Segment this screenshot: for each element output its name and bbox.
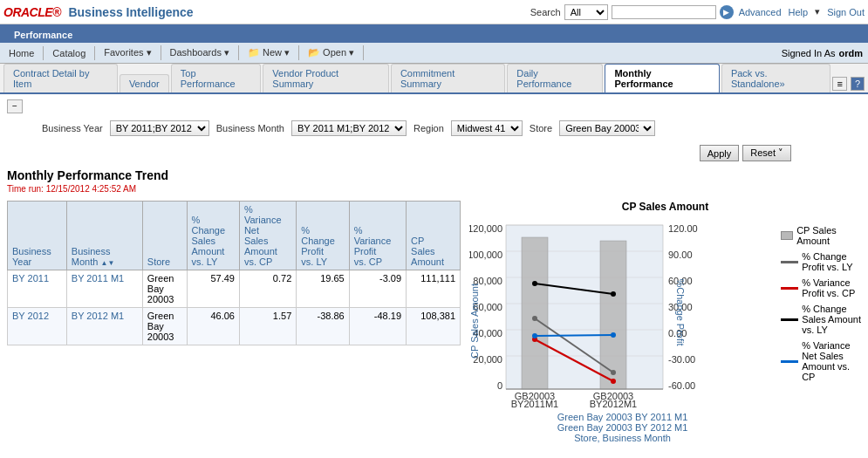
svg-text:%Change Profit: %Change Profit: [675, 278, 686, 345]
col-header-pct-change-sales: %ChangeSalesAmountvs. LY: [187, 202, 239, 270]
signout-link[interactable]: Sign Out: [827, 7, 865, 17]
cell-business-month-1[interactable]: BY 2011 M1: [66, 270, 142, 308]
signed-in-label: Signed In As: [782, 48, 836, 58]
signed-in-area: Signed In As ordm: [782, 48, 868, 58]
svg-text:-60.00: -60.00: [668, 380, 695, 391]
help-link[interactable]: Help: [789, 7, 809, 17]
svg-text:90.00: 90.00: [668, 250, 693, 260]
legend-color-var-profit: [781, 287, 798, 290]
cell-business-year-1[interactable]: BY 2011: [8, 270, 67, 308]
bi-text: Business Intelligence: [68, 5, 193, 19]
svg-point-37: [611, 332, 616, 338]
perf-tab[interactable]: Performance: [5, 27, 81, 43]
dashboards-link[interactable]: Dashboards ▾: [161, 45, 239, 60]
cell-business-year-2[interactable]: BY 2012: [8, 308, 67, 345]
tab-daily-performance[interactable]: Daily Performance: [507, 64, 603, 92]
legend-label-var-profit: % VarianceProfit vs. CP: [802, 277, 855, 298]
tab-monthly-performance[interactable]: Monthly Performance: [605, 64, 719, 92]
chart-legend: CP SalesAmount % ChangeProfit vs. LY % V…: [781, 216, 861, 443]
svg-text:120,000: 120,000: [469, 223, 502, 234]
svg-text:100,000: 100,000: [469, 250, 502, 260]
new-link[interactable]: 📁 New ▾: [239, 45, 299, 60]
cell-pct-var-net-sales-2: 1.57: [239, 308, 296, 345]
perf-tab-bar: Performance: [0, 24, 868, 43]
business-month-label: Business Month: [216, 123, 284, 133]
legend-label-change-sales: % ChangeSales Amountvs. LY: [802, 304, 861, 335]
business-month-select[interactable]: BY 2011 M1;BY 2012: [291, 120, 407, 136]
svg-line-35: [535, 335, 613, 336]
tab-right-icons: ≡ ?: [832, 77, 865, 92]
filter-bar: Business Year BY 2011;BY 2012 Business M…: [7, 113, 861, 141]
tab-pack-vs-standalone[interactable]: Pack vs. Standalone»: [721, 64, 831, 92]
legend-cp-sales: CP SalesAmount: [781, 225, 861, 246]
legend-label-cp-sales: CP SalesAmount: [796, 225, 837, 246]
svg-rect-24: [522, 237, 548, 389]
store-select[interactable]: Green Bay 20003: [559, 120, 655, 136]
body-area: BusinessYear BusinessMonth ▲▼ Store %Cha…: [7, 201, 861, 443]
apply-button[interactable]: Apply: [700, 145, 740, 161]
chart-area: CP Sales Amount 120,000 100,000 80,000 6…: [469, 201, 861, 443]
table-row: BY 2011 BY 2011 M1 GreenBay20003 57.49 0…: [8, 270, 461, 308]
apply-row: Apply Reset ˅: [7, 145, 861, 161]
search-button[interactable]: ▶: [720, 5, 734, 19]
settings-icon[interactable]: ≡: [832, 77, 846, 91]
advanced-link[interactable]: Advanced: [739, 7, 782, 17]
col-header-cp-sales: CPSalesAmount: [407, 202, 461, 270]
store-label: Store: [530, 123, 552, 133]
cell-cp-sales-1: 111,111: [407, 270, 461, 308]
legend-label-change-profit: % ChangeProfit vs. LY: [802, 251, 852, 272]
tab-commitment-summary[interactable]: Commitment Summary: [391, 64, 505, 92]
cell-pct-change-profit-2: -38.86: [297, 308, 349, 345]
svg-point-36: [532, 333, 537, 338]
svg-text:BY2011M1: BY2011M1: [511, 399, 558, 408]
search-all-select[interactable]: All: [564, 4, 608, 20]
svg-point-34: [611, 291, 616, 297]
search-input[interactable]: [612, 5, 716, 19]
data-table: BusinessYear BusinessMonth ▲▼ Store %Cha…: [7, 201, 461, 345]
col-header-pct-var-profit: %VarianceProfitvs. CP: [349, 202, 406, 270]
legend-pct-var-profit: % VarianceProfit vs. CP: [781, 277, 861, 298]
oracle-text: ORACLE: [3, 5, 52, 19]
region-label: Region: [413, 123, 444, 133]
tab-top-performance[interactable]: Top Performance: [171, 64, 262, 92]
report-time: Time run: 12/15/2012 4:25:52 AM: [7, 184, 861, 194]
table-row: BY 2012 BY 2012 M1 GreenBay20003 46.06 1…: [8, 308, 461, 345]
catalog-link[interactable]: Catalog: [44, 46, 95, 60]
top-nav-links: Advanced Help ▾ Sign Out: [739, 6, 865, 17]
region-select[interactable]: Midwest 41: [451, 120, 523, 136]
favorites-link[interactable]: Favorites ▾: [95, 45, 161, 60]
home-link[interactable]: Home: [0, 46, 44, 60]
second-nav: Home Catalog Favorites ▾ Dashboards ▾ 📁 …: [0, 43, 868, 64]
chart-x-label: Green Bay 20003 BY 2011 M1 Green Bay 200…: [469, 412, 776, 443]
svg-text:BY2012M1: BY2012M1: [590, 399, 637, 408]
tab-strip: Contract Detail by Item Vendor Top Perfo…: [0, 64, 868, 94]
legend-color-cp-sales: [781, 231, 793, 240]
chart-title: CP Sales Amount: [469, 201, 861, 213]
legend-pct-var-net-sales: % VarianceNet SalesAmount vs.CP: [781, 340, 861, 382]
cell-pct-var-net-sales-1: 0.72: [239, 270, 296, 308]
col-header-pct-var-net-sales: %VarianceNetSalesAmountvs. CP: [239, 202, 296, 270]
tab-vendor[interactable]: Vendor: [120, 74, 169, 92]
cell-pct-var-profit-1: -3.09: [349, 270, 406, 308]
svg-text:-30.00: -30.00: [668, 354, 695, 365]
col-header-store: Store: [142, 202, 187, 270]
col-header-business-month: BusinessMonth ▲▼: [66, 202, 142, 270]
legend-color-change-profit: [781, 261, 798, 263]
search-area: Search All ▶: [530, 4, 734, 20]
tab-contract-detail[interactable]: Contract Detail by Item: [3, 64, 118, 92]
collapse-btn[interactable]: −: [7, 99, 23, 113]
chart-svg: 120,000 100,000 80,000 60,000 40,000 20,…: [469, 216, 705, 408]
legend-color-var-net-sales: [781, 360, 798, 363]
help-icon[interactable]: ?: [851, 77, 865, 91]
svg-text:0: 0: [497, 380, 502, 391]
report-title: Monthly Performance Trend: [7, 168, 861, 182]
open-link[interactable]: 📂 Open ▾: [299, 45, 364, 60]
svg-text:120.00: 120.00: [668, 223, 698, 234]
tab-vendor-product-summary[interactable]: Vendor Product Summary: [263, 64, 389, 92]
svg-point-33: [532, 281, 537, 286]
cell-pct-var-profit-2: -48.19: [349, 308, 406, 345]
business-year-select[interactable]: BY 2011;BY 2012: [110, 120, 209, 136]
reset-button[interactable]: Reset ˅: [742, 145, 791, 161]
legend-label-var-net-sales: % VarianceNet SalesAmount vs.CP: [802, 340, 850, 382]
cell-business-month-2[interactable]: BY 2012 M1: [66, 308, 142, 345]
